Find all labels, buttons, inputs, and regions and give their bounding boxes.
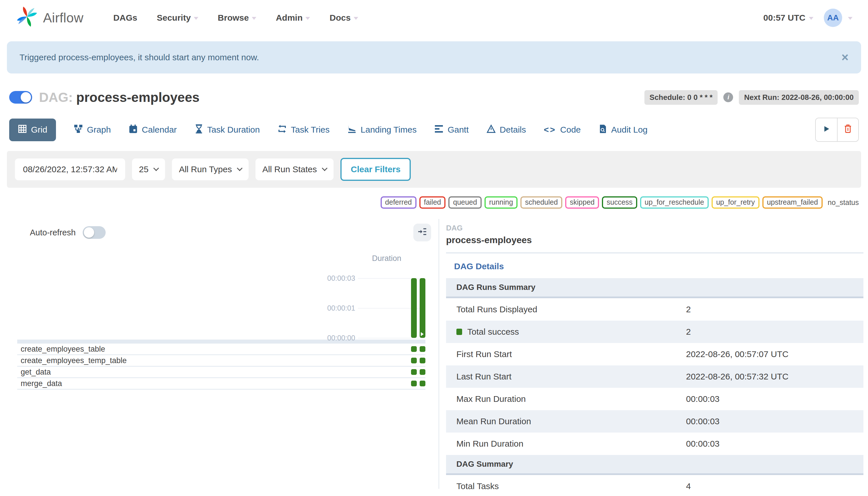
legend-upstream-failed[interactable]: upstream_failed xyxy=(762,196,823,209)
row-value: 2022-08-26, 00:57:32 UTC xyxy=(686,372,853,382)
menu-item-security[interactable]: Security xyxy=(157,13,198,23)
toggle-knob xyxy=(21,92,31,103)
legend-deferred[interactable]: deferred xyxy=(381,196,417,209)
table-row: Total success 2 xyxy=(446,321,864,343)
task-row[interactable]: create_employees_table xyxy=(17,344,425,355)
tab-calendar[interactable]: Calendar xyxy=(128,124,177,136)
legend-failed[interactable]: failed xyxy=(419,196,446,209)
table-row: Total Tasks 4 xyxy=(446,475,864,496)
legend-success[interactable]: success xyxy=(602,196,637,209)
dag-prefix: DAG: xyxy=(39,90,73,105)
document-search-icon xyxy=(599,124,607,136)
task-name[interactable]: create_employees_temp_table xyxy=(17,356,411,365)
dag-name: process-employees xyxy=(76,90,200,105)
legend-queued[interactable]: queued xyxy=(448,196,481,209)
row-label: Total success xyxy=(456,327,686,337)
chevron-down-icon xyxy=(237,165,243,171)
run-types-select[interactable]: All Run Types xyxy=(172,158,249,180)
auto-refresh-toggle[interactable] xyxy=(83,226,106,239)
toggle-knob xyxy=(84,227,94,238)
plane-landing-icon xyxy=(347,124,356,136)
table-row: First Run Start 2022-08-26, 00:57:07 UTC xyxy=(446,343,864,366)
tab-task-tries[interactable]: Task Tries xyxy=(278,124,329,136)
schedule-badges: Schedule: 0 0 * * * i Next Run: 2022-08-… xyxy=(645,90,859,105)
view-tabbar: Grid Graph Calendar Task Duration Task T… xyxy=(0,118,868,142)
timezone-selector[interactable]: 00:57 UTC xyxy=(763,13,813,23)
tab-dag-details[interactable]: DAG Details xyxy=(454,262,504,271)
row-label: Last Run Start xyxy=(456,372,686,382)
panel-dag-title: process-employees xyxy=(446,235,864,245)
clear-filters-button[interactable]: Clear Filters xyxy=(340,158,411,181)
tab-graph[interactable]: Graph xyxy=(74,124,111,136)
task-name[interactable]: create_employees_table xyxy=(17,345,411,354)
dag-run-bar-2[interactable] xyxy=(420,278,425,338)
auto-refresh-label: Auto-refresh xyxy=(30,228,76,237)
task-instance-success[interactable] xyxy=(411,381,417,386)
legend-running[interactable]: running xyxy=(484,196,517,209)
axis-tick: 00:00:03 xyxy=(327,274,425,282)
info-icon[interactable]: i xyxy=(723,92,733,102)
legend-up-for-retry[interactable]: up_for_retry xyxy=(712,196,760,209)
task-instance-success[interactable] xyxy=(420,369,425,375)
legend-up-for-reschedule[interactable]: up_for_reschedule xyxy=(640,196,709,209)
hide-details-panel-button[interactable] xyxy=(413,223,431,242)
legend-scheduled[interactable]: scheduled xyxy=(521,196,562,209)
dag-action-buttons xyxy=(815,118,859,142)
main-content: Auto-refresh Duration 00:00:03 00:00:01 … xyxy=(0,219,868,489)
details-panel: DAG process-employees DAG Details DAG Ru… xyxy=(439,219,868,489)
task-instance-success[interactable] xyxy=(411,369,417,375)
tab-gantt[interactable]: Gantt xyxy=(434,124,468,136)
task-instance-success[interactable] xyxy=(420,358,425,363)
tab-task-duration[interactable]: Task Duration xyxy=(195,124,260,136)
divider xyxy=(446,252,864,253)
navbar-right: 00:57 UTC AA xyxy=(763,9,852,27)
delete-dag-button[interactable] xyxy=(837,118,858,141)
tab-grid[interactable]: Grid xyxy=(9,119,56,141)
row-value: 4 xyxy=(686,481,853,491)
manual-run-play-icon xyxy=(421,332,424,336)
menu-item-docs[interactable]: Docs xyxy=(329,13,358,23)
num-runs-select[interactable]: 25 xyxy=(132,158,165,180)
dag-header: DAG:process-employees Schedule: 0 0 * * … xyxy=(0,90,868,105)
menu-item-browse[interactable]: Browse xyxy=(218,13,256,23)
tab-details[interactable]: Details xyxy=(486,124,526,136)
row-value: 2 xyxy=(686,305,853,314)
menu-item-admin[interactable]: Admin xyxy=(276,13,310,23)
section-header: DAG Runs Summary xyxy=(446,278,864,298)
task-instance-success[interactable] xyxy=(420,346,425,352)
row-label: Max Run Duration xyxy=(456,394,686,404)
repeat-icon xyxy=(278,124,287,136)
chevron-down-icon[interactable] xyxy=(848,17,852,20)
table-row: Mean Run Duration 00:00:03 xyxy=(446,410,864,433)
task-instance-success[interactable] xyxy=(420,381,425,386)
legend-skipped[interactable]: skipped xyxy=(565,196,599,209)
grid-icon xyxy=(18,124,27,136)
tab-code[interactable]: <> Code xyxy=(544,125,581,135)
success-square-icon xyxy=(456,329,462,335)
row-value: 00:00:03 xyxy=(686,394,853,404)
brand-name[interactable]: Airflow xyxy=(43,10,83,26)
menu-item-dags[interactable]: DAGs xyxy=(113,13,137,23)
top-navbar: Airflow DAGs Security Browse Admin Docs … xyxy=(0,0,868,35)
task-row[interactable]: get_data xyxy=(17,367,425,378)
close-icon[interactable]: × xyxy=(841,51,849,63)
run-states-select[interactable]: All Run States xyxy=(255,158,334,180)
alert-message: Triggered process-employees, it should s… xyxy=(19,52,841,62)
tab-landing-times[interactable]: Landing Times xyxy=(347,124,417,136)
task-instance-success[interactable] xyxy=(411,358,417,363)
task-row[interactable]: create_employees_temp_table xyxy=(17,355,425,367)
dag-pause-toggle[interactable] xyxy=(9,91,32,104)
graph-icon xyxy=(74,124,83,136)
row-label: Min Run Duration xyxy=(456,439,686,449)
dag-run-bar-1[interactable] xyxy=(411,278,417,338)
task-row[interactable]: merge_data xyxy=(17,378,425,389)
dag-details-table: DAG Runs Summary Total Runs Displayed 2 … xyxy=(446,278,864,496)
trigger-dag-button[interactable] xyxy=(816,118,837,141)
tab-audit-log[interactable]: Audit Log xyxy=(599,124,648,136)
task-name[interactable]: get_data xyxy=(17,368,411,376)
user-avatar[interactable]: AA xyxy=(824,9,842,27)
task-instance-success[interactable] xyxy=(411,346,417,352)
base-date-input[interactable] xyxy=(15,158,125,180)
airflow-brand[interactable]: Airflow xyxy=(16,5,83,30)
task-name[interactable]: merge_data xyxy=(17,379,411,388)
